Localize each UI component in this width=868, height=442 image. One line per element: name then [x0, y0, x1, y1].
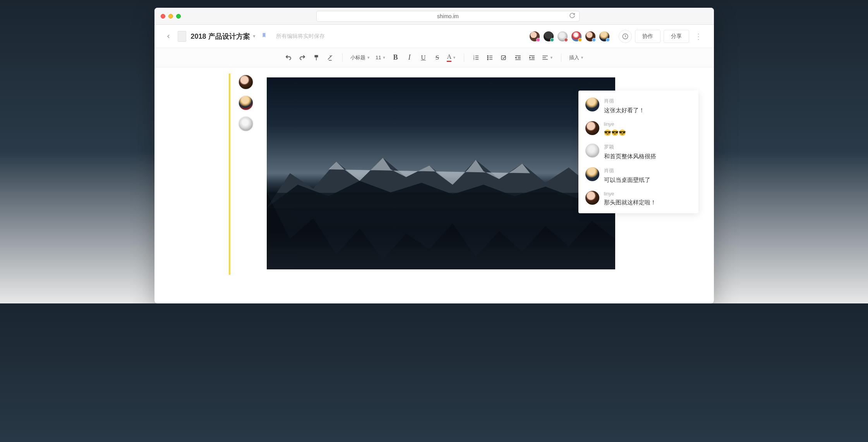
collaborate-button[interactable]: 协作: [635, 30, 660, 43]
svg-point-14: [487, 59, 488, 60]
app-header: 2018 产品设计方案 ▼ 所有编辑将实时保存 协作 分享: [154, 25, 714, 48]
toolbar-separator: [464, 53, 464, 62]
document-title[interactable]: 2018 产品设计方案: [191, 32, 250, 41]
strikethrough-button[interactable]: S: [431, 52, 443, 63]
window-controls: [161, 14, 181, 19]
comment-item[interactable]: 肖循可以当桌面壁纸了: [585, 167, 691, 184]
underline-button[interactable]: U: [417, 52, 429, 63]
undo-button[interactable]: [283, 52, 294, 63]
text-color-button[interactable]: A ▼: [445, 52, 457, 63]
window-minimize-button[interactable]: [168, 14, 173, 19]
presence-avatar[interactable]: [238, 74, 254, 90]
collaborator-avatar[interactable]: [585, 31, 596, 42]
presence-avatar[interactable]: [238, 116, 254, 132]
bold-button[interactable]: B: [389, 52, 401, 63]
browser-window: shimo.im 2018 产品设计方案 ▼ 所有编辑将实时保存: [154, 8, 714, 303]
svg-marker-30: [267, 193, 615, 259]
editor-toolbar: 小标题 ▼ 11 ▼ B I U S A ▼ 123: [154, 48, 714, 67]
clear-format-button[interactable]: [324, 52, 336, 63]
selection-marker: [229, 74, 230, 275]
collaborator-avatar[interactable]: [529, 31, 540, 42]
browser-chrome: shimo.im: [154, 8, 714, 25]
indent-increase-button[interactable]: [526, 52, 538, 63]
share-button[interactable]: 分享: [664, 30, 689, 43]
align-button[interactable]: ▼: [540, 52, 555, 63]
comment-text: 😎😎😎: [604, 128, 691, 137]
comment-avatar: [585, 98, 599, 111]
reload-icon[interactable]: [569, 12, 575, 20]
svg-point-12: [487, 55, 488, 56]
indent-decrease-button[interactable]: [512, 52, 524, 63]
chevron-down-icon: ▼: [367, 56, 370, 60]
comment-avatar: [585, 121, 599, 135]
history-button[interactable]: [619, 30, 632, 43]
collaborator-avatar[interactable]: [557, 31, 568, 42]
collaborator-avatar[interactable]: [543, 31, 554, 42]
comment-text: 可以当桌面壁纸了: [604, 176, 691, 184]
comment-item[interactable]: 肖循这张太好看了！: [585, 98, 691, 114]
url-bar[interactable]: shimo.im: [316, 11, 580, 22]
comment-avatar: [585, 167, 599, 181]
comment-item[interactable]: 罗颖和首页整体风格很搭: [585, 144, 691, 160]
collaborator-avatar[interactable]: [571, 31, 582, 42]
back-button[interactable]: [164, 32, 173, 41]
comment-author: linye: [604, 191, 691, 197]
chevron-down-icon: ▼: [580, 56, 584, 60]
collaborator-avatar[interactable]: [599, 31, 610, 42]
url-text: shimo.im: [437, 13, 459, 19]
comment-author: 罗颖: [604, 144, 691, 151]
chevron-down-icon: ▼: [453, 56, 456, 60]
comment-avatar: [585, 191, 599, 205]
svg-rect-2: [316, 57, 317, 60]
more-menu-button[interactable]: ⋮: [692, 32, 705, 41]
presence-avatar[interactable]: [238, 95, 254, 111]
comments-panel: 肖循这张太好看了！linye😎😎😎罗颖和首页整体风格很搭肖循可以当桌面壁纸了li…: [578, 91, 698, 213]
unordered-list-button[interactable]: [484, 52, 496, 63]
font-size-dropdown[interactable]: 11 ▼: [374, 52, 387, 63]
ordered-list-button[interactable]: 123: [470, 52, 482, 63]
comment-text: 那头图就这样定啦！: [604, 198, 691, 206]
comment-author: linye: [604, 121, 691, 127]
checklist-button[interactable]: [498, 52, 510, 63]
italic-button[interactable]: I: [403, 52, 415, 63]
comment-item[interactable]: linye😎😎😎: [585, 121, 691, 137]
svg-rect-15: [501, 55, 506, 60]
bookmark-icon[interactable]: [261, 32, 267, 41]
comment-text: 这张太好看了！: [604, 106, 691, 114]
collaborator-avatars: [529, 31, 610, 42]
comment-author: 肖循: [604, 98, 691, 105]
comment-text: 和首页整体风格很搭: [604, 152, 691, 160]
svg-rect-1: [315, 55, 318, 57]
insert-dropdown[interactable]: 插入 ▼: [568, 52, 585, 63]
toolbar-separator: [342, 53, 343, 62]
presence-avatars: [238, 74, 254, 132]
heading-style-dropdown[interactable]: 小标题 ▼: [349, 52, 372, 63]
document-icon: [178, 31, 186, 42]
toolbar-separator: [561, 53, 561, 62]
window-maximize-button[interactable]: [176, 14, 181, 19]
format-paint-button[interactable]: [310, 52, 322, 63]
document-image[interactable]: [267, 77, 615, 269]
title-dropdown-icon[interactable]: ▼: [252, 34, 256, 38]
save-status: 所有编辑将实时保存: [276, 33, 325, 40]
chevron-down-icon: ▼: [550, 56, 553, 60]
comment-item[interactable]: linye那头图就这样定啦！: [585, 191, 691, 206]
editor-area[interactable]: 肖循这张太好看了！linye😎😎😎罗颖和首页整体风格很搭肖循可以当桌面壁纸了li…: [154, 67, 714, 284]
comment-avatar: [585, 144, 599, 158]
window-close-button[interactable]: [161, 14, 165, 19]
chevron-down-icon: ▼: [383, 56, 386, 60]
comment-author: 肖循: [604, 167, 691, 174]
redo-button[interactable]: [297, 52, 308, 63]
svg-point-13: [487, 57, 488, 58]
svg-text:3: 3: [473, 58, 474, 60]
